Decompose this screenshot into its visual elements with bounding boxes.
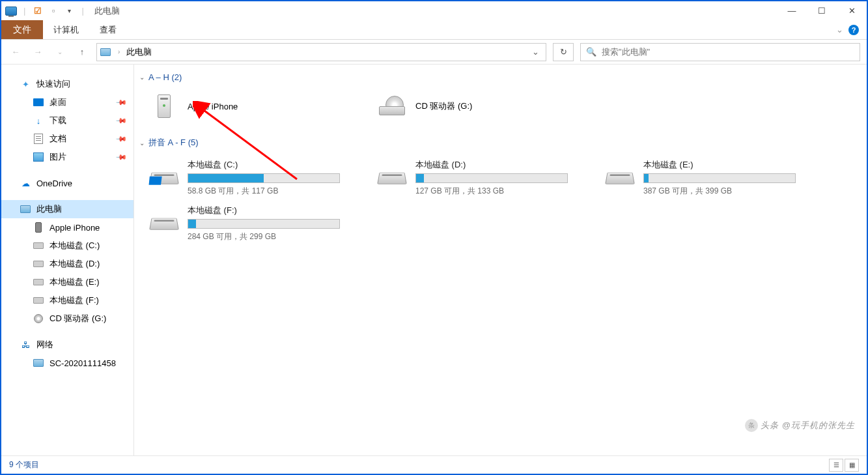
sidebar-item-desktop[interactable]: 桌面 📌: [1, 93, 133, 111]
back-button[interactable]: ←: [8, 44, 23, 60]
group-label: A – H (2): [148, 72, 182, 82]
search-input[interactable]: [602, 47, 854, 57]
group-label: 拼音 A - F (5): [148, 137, 199, 149]
computer-icon: [33, 357, 44, 369]
properties-icon[interactable]: ☑: [32, 5, 44, 17]
sidebar-label: 本地磁盘 (C:): [49, 240, 100, 252]
hdd-big-icon: [148, 210, 180, 237]
address-text: 此电脑: [126, 46, 524, 58]
drive-usage-bar: [188, 219, 340, 229]
iphone-icon: [33, 222, 44, 233]
sidebar-item-network[interactable]: 🖧 网络: [1, 336, 133, 354]
drive-item-d[interactable]: 本地磁盘 (D:) 127 GB 可用，共 133 GB: [374, 155, 576, 201]
search-box[interactable]: 🔍: [580, 43, 860, 61]
sidebar-item-pictures[interactable]: 图片 📌: [1, 148, 133, 166]
pin-icon: 📌: [115, 132, 127, 145]
device-item-iphone[interactable]: Apple iPhone: [146, 89, 348, 124]
pin-icon: 📌: [115, 96, 127, 108]
tab-computer[interactable]: 计算机: [43, 20, 89, 39]
cd-drive-icon: [376, 93, 408, 120]
desktop-icon: [33, 96, 44, 108]
sidebar-item-cd-drive[interactable]: CD 驱动器 (G:): [1, 309, 133, 328]
sidebar-label: 桌面: [49, 96, 66, 108]
recent-dropdown-icon[interactable]: ⌄: [52, 44, 68, 60]
sidebar-label: Apple iPhone: [49, 223, 100, 233]
forward-button[interactable]: →: [30, 44, 46, 60]
refresh-button[interactable]: ↻: [553, 43, 574, 61]
drive-usage-bar: [415, 173, 568, 183]
separator: |: [81, 6, 83, 16]
sidebar-label: 此电脑: [36, 203, 62, 215]
sidebar-item-disk-f[interactable]: 本地磁盘 (F:): [1, 291, 133, 309]
device-label: CD 驱动器 (G:): [415, 100, 472, 112]
sidebar-item-onedrive[interactable]: ☁ OneDrive: [1, 174, 133, 192]
picture-icon: [33, 151, 44, 163]
sidebar-item-downloads[interactable]: ↓ 下载 📌: [1, 111, 133, 130]
view-icons-button[interactable]: ▦: [845, 459, 859, 472]
chevron-down-icon: ⌄: [139, 74, 145, 81]
navigation-bar: ← → ⌄ ↑ › 此电脑 ⌄ ↻ 🔍: [1, 40, 867, 65]
sidebar-label: 本地磁盘 (D:): [49, 258, 100, 270]
drive-name: 本地磁盘 (C:): [188, 159, 345, 171]
sidebar-label: 网络: [36, 339, 53, 351]
sidebar-label: 本地磁盘 (E:): [49, 276, 100, 288]
group-header-ah[interactable]: ⌄ A – H (2): [134, 68, 867, 86]
view-switcher: ☰ ▦: [829, 459, 859, 472]
hdd-big-icon: [148, 164, 180, 192]
watermark-text: 头条 @玩手机的张先生: [761, 420, 855, 431]
qat-folder-icon[interactable]: ▫: [48, 5, 59, 17]
view-details-button[interactable]: ☰: [829, 459, 843, 472]
group-body-ah: Apple iPhone CD 驱动器 (G:): [134, 86, 867, 133]
ribbon-tabs: 文件 计算机 查看 ⌄ ?: [1, 20, 867, 40]
drive-stats: 58.8 GB 可用，共 117 GB: [188, 186, 345, 197]
hdd-icon: [33, 258, 44, 270]
tower-icon: [148, 93, 180, 120]
drive-item-e[interactable]: 本地磁盘 (E:) 387 GB 可用，共 399 GB: [602, 155, 804, 201]
group-body-pinyin: 本地磁盘 (C:) 58.8 GB 可用，共 117 GB 本地磁盘 (D:) …: [134, 152, 867, 255]
qat-dropdown-icon[interactable]: ▾: [63, 5, 75, 17]
ribbon-expand-icon[interactable]: ⌄: [836, 25, 843, 35]
sidebar-item-thispc[interactable]: 此电脑: [1, 200, 133, 218]
sidebar-label: 图片: [49, 151, 66, 163]
maximize-button[interactable]: ☐: [807, 1, 837, 20]
thispc-icon: [20, 203, 31, 215]
up-button[interactable]: ↑: [74, 44, 90, 60]
sidebar-label: 下载: [49, 115, 66, 126]
title-bar: | ☑ ▫ ▾ | 此电脑 — ☐ ✕: [1, 0, 867, 20]
group-header-pinyin[interactable]: ⌄ 拼音 A - F (5): [134, 133, 867, 152]
drive-stats: 127 GB 可用，共 133 GB: [415, 186, 573, 197]
tab-file[interactable]: 文件: [1, 20, 43, 39]
quick-access-toolbar: | ☑ ▫ ▾ | 此电脑: [1, 5, 124, 17]
toutiao-icon: 条: [745, 419, 758, 432]
address-bar[interactable]: › 此电脑 ⌄: [96, 43, 546, 61]
separator: |: [23, 6, 25, 16]
hdd-icon: [33, 276, 44, 288]
sidebar-item-documents[interactable]: 文档 📌: [1, 130, 133, 148]
sidebar-item-apple-iphone[interactable]: Apple iPhone: [1, 218, 133, 237]
chevron-down-icon: ⌄: [139, 139, 145, 147]
star-icon: ✦: [20, 78, 31, 90]
device-item-cd[interactable]: CD 驱动器 (G:): [374, 89, 576, 124]
tab-view[interactable]: 查看: [89, 20, 127, 39]
chevron-right-icon[interactable]: ›: [115, 48, 122, 55]
address-dropdown-icon[interactable]: ⌄: [528, 47, 543, 57]
sidebar-item-disk-e[interactable]: 本地磁盘 (E:): [1, 273, 133, 291]
drive-name: 本地磁盘 (E:): [643, 159, 801, 171]
sidebar-label: OneDrive: [36, 179, 72, 188]
drive-item-f[interactable]: 本地磁盘 (F:) 284 GB 可用，共 299 GB: [146, 201, 348, 246]
sidebar-item-network-pc[interactable]: SC-20201111458: [1, 354, 133, 372]
app-icon: [5, 5, 17, 17]
help-icon[interactable]: ?: [848, 25, 859, 35]
sidebar-item-quick-access[interactable]: ✦ 快速访问: [1, 75, 133, 93]
sidebar-item-disk-c[interactable]: 本地磁盘 (C:): [1, 237, 133, 255]
drive-item-c[interactable]: 本地磁盘 (C:) 58.8 GB 可用，共 117 GB: [146, 155, 348, 201]
document-icon: [33, 133, 44, 145]
close-button[interactable]: ✕: [837, 1, 867, 20]
watermark: 条 头条 @玩手机的张先生: [745, 419, 855, 432]
drive-stats: 387 GB 可用，共 399 GB: [643, 186, 801, 197]
minimize-button[interactable]: —: [777, 1, 807, 20]
drive-usage-bar: [643, 173, 796, 183]
drive-usage-bar: [188, 173, 340, 183]
sidebar-item-disk-d[interactable]: 本地磁盘 (D:): [1, 255, 133, 273]
navigation-pane: ✦ 快速访问 桌面 📌 ↓ 下载 📌 文档 📌 图片 📌 ☁ OneDrive: [1, 65, 134, 455]
